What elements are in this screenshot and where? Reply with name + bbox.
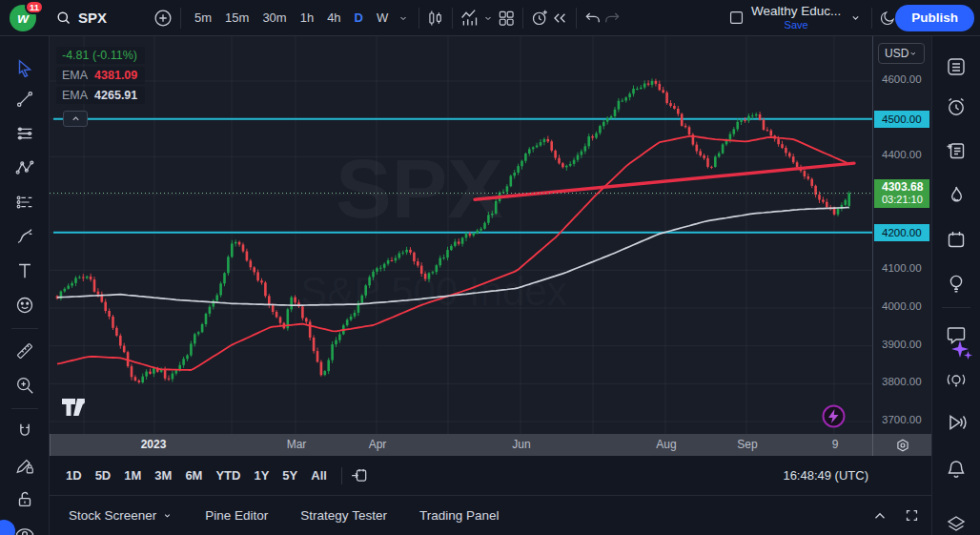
goto-date-button[interactable] <box>350 466 369 485</box>
chevron-down-icon <box>398 12 409 24</box>
streams-panel-button[interactable] <box>945 411 968 434</box>
multichart-layout-button[interactable] <box>497 9 516 28</box>
emoji-tool-button[interactable] <box>13 294 36 317</box>
notification-count-badge: 11 <box>25 0 44 14</box>
indicators-button[interactable] <box>459 8 480 28</box>
time-axis-label: Mar <box>287 438 307 451</box>
chart-pane[interactable]: SPXS&P 500 Index -4.81 (-0.11%) EMA 4381… <box>50 36 872 434</box>
range-1M[interactable]: 1M <box>117 465 148 485</box>
projection-tool-button[interactable] <box>13 191 36 214</box>
calendar-panel-button[interactable] <box>945 228 968 251</box>
currency-label: USD <box>885 47 909 60</box>
range-1D[interactable]: 1D <box>59 465 89 485</box>
compare-add-symbol-button[interactable] <box>153 8 174 29</box>
brush-tool-button[interactable] <box>13 225 36 248</box>
tab-stock-screener[interactable]: Stock Screener <box>69 508 173 523</box>
alerts-panel-button[interactable] <box>945 95 968 118</box>
create-alert-button[interactable] <box>530 8 550 28</box>
magnet-mode-button[interactable] <box>13 420 36 442</box>
zoom-in-tool-button[interactable] <box>13 374 36 397</box>
cursor-tool-button[interactable] <box>13 57 36 80</box>
timeframe-4h[interactable]: 4h <box>320 5 347 31</box>
ema-fast-legend-row[interactable]: EMA 4381.09 <box>56 67 145 84</box>
range-YTD[interactable]: YTD <box>209 465 247 485</box>
watchlist-panel-button[interactable] <box>945 55 968 78</box>
tab-strategy-tester[interactable]: Strategy Tester <box>300 508 387 523</box>
timeframe-dropdown-chevron[interactable] <box>395 12 412 24</box>
magnet-icon <box>14 421 35 442</box>
timeframe-D[interactable]: D <box>348 5 370 31</box>
notes-panel-button[interactable] <box>945 139 968 162</box>
layout-name-menu[interactable]: Wealthy Educ... Save <box>745 5 847 31</box>
divider <box>576 8 577 29</box>
symbol-search-button[interactable]: SPX <box>48 5 114 31</box>
hotlists-panel-button[interactable] <box>945 184 968 207</box>
alarm-clock-icon <box>945 95 968 118</box>
candlestick-chart[interactable]: SPXS&P 500 Index <box>50 36 872 434</box>
pattern-tool-button[interactable] <box>13 156 36 179</box>
range-All[interactable]: All <box>304 465 334 485</box>
bottom-tabs: Stock Screener Pine Editor Strategy Test… <box>50 496 931 535</box>
layout-dropdown-chevron[interactable] <box>847 11 865 24</box>
indicators-icon <box>459 8 480 28</box>
quick-action-lightning-button[interactable] <box>822 404 846 428</box>
timeframe-1h[interactable]: 1h <box>294 5 320 31</box>
zoom-in-icon <box>14 375 35 396</box>
tab-trading-panel[interactable]: Trading Panel <box>419 508 500 523</box>
redo-button[interactable] <box>602 9 622 28</box>
timeframe-5m[interactable]: 5m <box>188 5 218 31</box>
panel-collapse-button[interactable] <box>871 507 888 525</box>
tab-pine-editor[interactable]: Pine Editor <box>205 508 268 523</box>
legend-collapse-button[interactable] <box>63 111 88 127</box>
bar-replay-button[interactable] <box>550 9 569 28</box>
ai-sparkles-icon[interactable] <box>950 340 973 362</box>
range-1Y[interactable]: 1Y <box>247 465 276 485</box>
indicators-dropdown-chevron[interactable] <box>480 12 497 24</box>
undo-button[interactable] <box>583 9 602 28</box>
lightning-icon <box>822 404 846 428</box>
search-icon <box>55 10 71 26</box>
timeframe-30m[interactable]: 30m <box>255 5 293 31</box>
top-toolbar: w 11 SPX 5m 15m 30m 1h 4h D W <box>0 0 980 36</box>
range-5Y[interactable]: 5Y <box>276 465 304 485</box>
time-axis[interactable]: 2023MarAprJunAugSep9 <box>50 434 872 456</box>
range-5D[interactable]: 5D <box>89 465 118 485</box>
layout-select-button[interactable] <box>727 9 745 27</box>
timeframe-15m[interactable]: 15m <box>218 5 255 31</box>
fullscreen-icon <box>904 507 920 524</box>
text-tool-button[interactable] <box>13 259 36 282</box>
currency-switcher[interactable]: USD <box>878 43 925 64</box>
lightbulb-icon <box>945 272 968 295</box>
hide-all-drawings-button[interactable] <box>13 523 36 535</box>
notifications-button[interactable] <box>945 458 968 481</box>
fib-lines-tool-button[interactable] <box>13 122 36 145</box>
chevron-down-icon <box>482 12 494 24</box>
publish-button[interactable]: Publish <box>895 5 974 31</box>
account-avatar[interactable]: w 11 <box>10 5 36 31</box>
lock-all-drawings-button[interactable] <box>13 488 36 511</box>
ruler-icon <box>14 340 35 361</box>
measure-tool-button[interactable] <box>13 340 36 362</box>
time-axis-label: Sep <box>737 438 757 451</box>
chart-style-button[interactable] <box>426 9 445 28</box>
price-tick-label: 4000.00 <box>882 300 922 312</box>
tradingview-logo[interactable] <box>61 397 112 420</box>
time-axis-label: 9 <box>832 438 839 451</box>
timeframe-W[interactable]: W <box>370 5 395 31</box>
alert-clock-plus-icon <box>530 8 550 28</box>
range-toolbar: 1D 5D 1M 3M 6M YTD 1Y 5Y All 16:48:49 (U… <box>50 456 931 496</box>
range-3M[interactable]: 3M <box>148 465 178 485</box>
live-ideas-button[interactable] <box>945 369 968 392</box>
object-tree-button[interactable] <box>945 513 968 535</box>
price-axis[interactable]: USD 4600.004400.004100.004000.003900.003… <box>872 36 931 434</box>
panel-fullscreen-button[interactable] <box>904 507 920 525</box>
save-link[interactable]: Save <box>785 19 808 31</box>
axis-settings-cell[interactable] <box>872 434 931 456</box>
drawing-mode-lock-button[interactable] <box>13 454 36 477</box>
utc-clock[interactable]: 16:48:49 (UTC) <box>783 468 868 483</box>
range-6M[interactable]: 6M <box>178 465 209 485</box>
ema-slow-legend-row[interactable]: EMA 4265.91 <box>56 87 145 104</box>
trend-line-tool-button[interactable] <box>13 88 36 111</box>
svg-text:S&P 500 Index: S&P 500 Index <box>300 269 566 314</box>
ideas-panel-button[interactable] <box>945 272 968 295</box>
